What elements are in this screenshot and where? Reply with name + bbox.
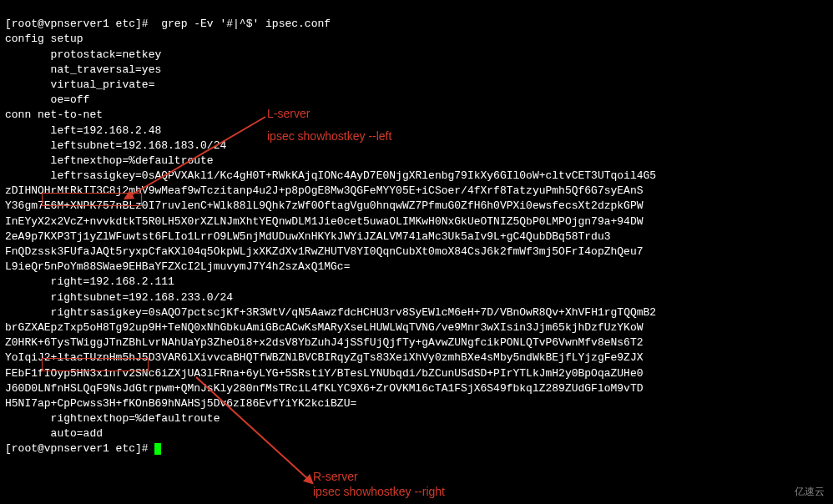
line-rightkey: rightrsasigkey=0sAQO7pctscjKf+3R3WtV/qN5…: [5, 306, 656, 319]
highlight-leftrsasigkey: [42, 193, 142, 206]
watermark: 亿速云: [795, 485, 825, 499]
line: [root@vpnserver1 etc]# grep -Ev '#|^$' i…: [5, 18, 331, 30]
line: Z0HRK+6TysTWiggJTnZBhLvrNAhUaYp3ZheOi8+x…: [5, 336, 644, 349]
line: right=192.168.2.111: [5, 275, 174, 288]
line: nat_traversal=yes: [5, 63, 161, 76]
line: leftsubnet=192.168.183.0/24: [5, 139, 226, 152]
line: rightsubnet=192.168.233.0/24: [5, 291, 233, 304]
cursor: [154, 443, 161, 455]
line: oe=off: [5, 93, 89, 106]
annotation-l-cmd: ipsec showhostkey --left: [267, 129, 391, 145]
line: conn net-to-net: [5, 108, 103, 121]
prompt-line[interactable]: [root@vpnserver1 etc]#: [5, 442, 161, 455]
line: H5NI7ap+CpPcwss3H+fKOnB69hNAHSj5Dv6zI86E…: [5, 397, 356, 410]
line: InEYyX2x2VcZ+nvvkdtkT5R0LH5X0rXZLNJmXhtY…: [5, 215, 644, 228]
line: L9ieQr5nPoYm88SWae9EHBaYFZXcI2LjmuvymJ7Y…: [5, 260, 350, 273]
line: virtual_private=: [5, 78, 154, 91]
line: leftnexthop=%defaultroute: [5, 154, 214, 167]
line: protostack=netkey: [5, 48, 161, 61]
highlight-rightrsasigkey: [42, 358, 149, 371]
line: config setup: [5, 33, 83, 45]
line: rightnexthop=%defaultroute: [5, 412, 220, 425]
terminal-output: [root@vpnserver1 etc]# grep -Ev '#|^$' i…: [0, 0, 661, 459]
line: 2eA9p7KXP3Tj1yZlWFuwtst6FLIo1LrrO9LW5njM…: [5, 230, 611, 243]
line-leftkey: leftrsasigkey=0sAQPVXAkl1/Kc4gH0T+RWkKAj…: [5, 169, 656, 182]
annotation-l-server: L-server: [267, 106, 310, 123]
line: FnQDzssk3FUfaJAQt5ryxpCfaKXl04q5OkpWLjxX…: [5, 245, 644, 258]
annotation-r-cmd: ipsec showhostkey --right: [313, 484, 445, 501]
line: auto=add: [5, 427, 103, 440]
line: left=192.168.2.48: [5, 124, 161, 137]
line: brGZXAEpzTxp5oH8Tg92up9H+TeNQ0xNhGbkuAmi…: [5, 321, 644, 334]
annotation-r-server: R-server: [313, 469, 358, 486]
line: J60D0LNfnHSLQqF9NsJdGtrpwm+QMnJsKly280nf…: [5, 382, 644, 395]
